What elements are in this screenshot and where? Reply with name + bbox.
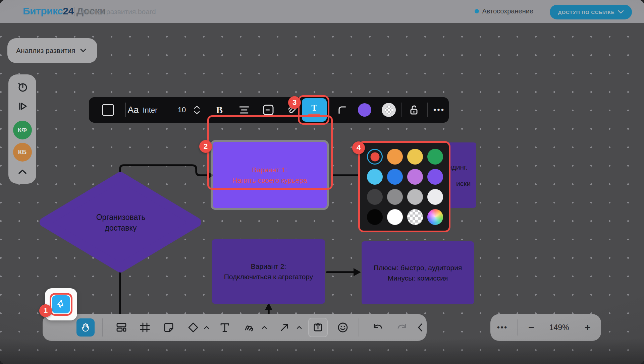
frame-crop-icon[interactable] xyxy=(139,322,151,333)
variant2-line2: Подключиться к агрегатору xyxy=(224,271,313,282)
swatch-green[interactable] xyxy=(427,149,443,165)
header-divider xyxy=(74,7,74,16)
swatch-light-gray[interactable] xyxy=(407,189,423,205)
collapse-up-icon[interactable] xyxy=(17,169,28,175)
arrow-expand-icon[interactable] xyxy=(297,326,302,329)
zoom-controls: ••• − 149% + xyxy=(490,314,601,341)
stepper-up-icon[interactable] xyxy=(194,106,200,109)
align-center-icon[interactable] xyxy=(238,106,250,114)
swatch-white[interactable] xyxy=(387,209,403,225)
swatch-gray[interactable] xyxy=(387,189,403,205)
board-name-label: Анаплиз развития xyxy=(16,47,75,55)
font-selector[interactable]: Aa Inter xyxy=(127,105,157,115)
avatar-kb[interactable]: КБ xyxy=(13,143,32,162)
text-tool-icon[interactable] xyxy=(219,322,230,333)
variant1-rect[interactable]: Вариант 1: Нанять своего курьера xyxy=(213,142,327,208)
variant1-line2: Нанять своего курьера xyxy=(232,175,307,185)
select-tool-icon[interactable] xyxy=(52,295,70,313)
hand-tool-icon[interactable] xyxy=(76,318,95,337)
variant1-line1: Вариант 1: xyxy=(252,165,287,175)
swatch-transparent[interactable] xyxy=(407,209,423,225)
board-name-menu[interactable]: Анаплиз развития xyxy=(7,38,97,63)
toolbar-divider xyxy=(427,103,428,117)
pen-icon[interactable] xyxy=(243,322,256,333)
autosave-status: Автосохранение xyxy=(475,7,533,15)
diamond-label: Организовать доставку xyxy=(37,212,205,233)
bottom-toolbar xyxy=(43,314,427,341)
swatch-custom-rainbow[interactable] xyxy=(427,209,443,225)
variant2-line1: Вариант 2: xyxy=(251,261,286,271)
swatch-sky-blue[interactable] xyxy=(367,169,383,185)
toolbar-divider xyxy=(359,318,359,337)
font-size-stepper[interactable] xyxy=(194,106,200,114)
text-color-icon[interactable]: T xyxy=(302,98,327,122)
follow-presenter-icon[interactable] xyxy=(16,100,29,113)
zoom-in-button[interactable]: + xyxy=(585,322,591,333)
logo-part1: Битрикс xyxy=(23,5,63,16)
zoom-divider xyxy=(517,319,518,336)
avatar-kf[interactable]: КФ xyxy=(13,121,32,139)
pen-expand-icon[interactable] xyxy=(262,326,267,329)
shape-style-icon[interactable] xyxy=(102,104,114,116)
diamond-line1: Организовать xyxy=(37,212,205,223)
bold-icon[interactable]: B xyxy=(216,104,223,116)
annotation-badge-3: 3 xyxy=(288,96,301,109)
share-link-button[interactable]: ДОСТУП ПО ССЫЛКЕ xyxy=(550,5,632,19)
toolbar-divider xyxy=(401,103,402,117)
annotation-badge-4: 4 xyxy=(352,141,365,154)
stepper-down-icon[interactable] xyxy=(194,111,200,114)
swatch-blue[interactable] xyxy=(387,169,403,185)
frames-icon[interactable] xyxy=(115,322,127,333)
swatch-red[interactable] xyxy=(367,149,383,165)
lock-icon[interactable] xyxy=(408,104,420,116)
app-header: Битрикс24Доски Анализ развития.board Авт… xyxy=(0,0,644,23)
left-toolbar: КФ КБ xyxy=(8,74,36,184)
more-icon[interactable]: ••• xyxy=(433,105,445,115)
font-size-value[interactable]: 10 xyxy=(178,106,186,114)
zoom-out-button[interactable]: − xyxy=(528,322,534,333)
redo-icon[interactable] xyxy=(396,322,408,332)
timer-icon[interactable] xyxy=(16,80,29,93)
document-title: Анализ развития.board xyxy=(80,8,156,16)
variant2-rect[interactable]: Вариант 2: Подключиться к агрегатору xyxy=(212,239,325,304)
sticky-note-icon[interactable] xyxy=(163,322,174,333)
zoom-level[interactable]: 149% xyxy=(549,323,569,332)
chevron-down-icon xyxy=(618,10,624,14)
swatch-orchid[interactable] xyxy=(407,169,423,185)
vertical-align-icon[interactable] xyxy=(262,104,274,116)
undo-icon[interactable] xyxy=(372,322,384,332)
font-sample-glyph: Aa xyxy=(127,105,139,115)
shapes-expand-icon[interactable] xyxy=(204,326,209,329)
autosave-dot-icon xyxy=(475,9,479,13)
shapes-icon[interactable] xyxy=(187,321,199,333)
swatch-black[interactable] xyxy=(367,209,383,225)
font-name-label: Inter xyxy=(143,106,158,114)
corner-radius-icon[interactable] xyxy=(336,104,348,116)
arrowhead-right-2 xyxy=(354,268,361,276)
toolbar-divider xyxy=(125,103,126,117)
emoji-icon[interactable] xyxy=(337,321,349,333)
text-color-underline xyxy=(308,114,320,116)
collapse-left-icon[interactable] xyxy=(417,323,423,332)
partial-text-fragment-2: иски xyxy=(456,180,471,188)
swatch-dark-gray[interactable] xyxy=(367,189,383,205)
pros-cons-rect[interactable]: Плюсы: быстро, аудитория Минусы: комисси… xyxy=(362,241,474,304)
board-canvas[interactable]: Организовать доставку ндинг. иски Вариан… xyxy=(0,23,644,364)
chevron-down-icon xyxy=(80,48,87,53)
swatch-purple[interactable] xyxy=(427,169,443,185)
arrow-tool-icon[interactable] xyxy=(279,322,290,333)
arrowhead-up xyxy=(265,303,272,310)
upload-icon[interactable] xyxy=(308,318,328,337)
swatch-yellow[interactable] xyxy=(407,149,423,165)
partial-text-fragment-1: ндинг. xyxy=(448,163,468,171)
annotation-badge-2: 2 xyxy=(199,140,212,153)
fill-color-swatch[interactable] xyxy=(358,103,371,117)
toolbar-divider xyxy=(102,318,103,337)
whiteboard-app: Организовать доставку ндинг. иски Вариан… xyxy=(0,0,644,364)
stroke-color-swatch[interactable] xyxy=(382,103,396,117)
swatch-off-white[interactable] xyxy=(427,189,443,205)
swatch-orange[interactable] xyxy=(387,149,403,165)
canvas-more-icon[interactable]: ••• xyxy=(497,323,508,332)
autosave-label: Автосохранение xyxy=(482,7,533,15)
color-palette-popup xyxy=(358,141,450,232)
